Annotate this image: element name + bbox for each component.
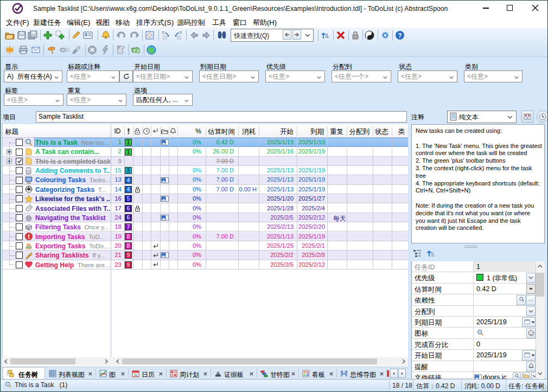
svg-text:?: ? <box>398 32 402 40</box>
svg-text:31: 31 <box>133 373 138 377</box>
